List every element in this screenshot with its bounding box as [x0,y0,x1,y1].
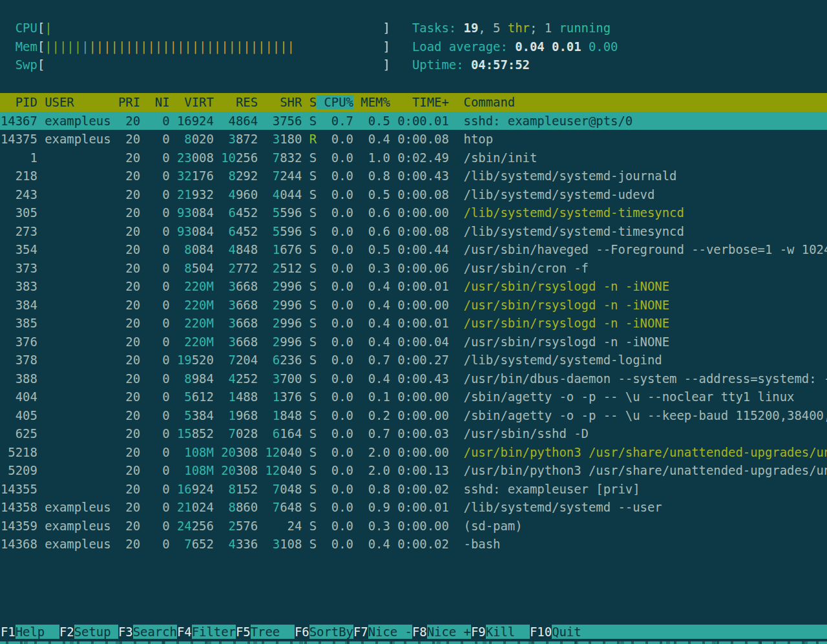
column-header-command[interactable]: Command [449,95,515,109]
fkey-f7-nice[interactable]: F7Nice - [353,625,412,639]
cell-cpu-percent: 0.0 [324,169,353,183]
fkey-f5-tree[interactable]: F5Tree [236,625,295,639]
pad [214,408,221,422]
cell-user [45,316,110,330]
pad [140,482,147,496]
process-row[interactable]: 14355 20 0 16924 8152 7048 S 0.0 0.8 0:0… [0,480,827,499]
pad [302,445,309,459]
column-header-cpu[interactable]: CPU% [317,95,353,109]
column-header-ni[interactable]: NI [140,95,170,109]
process-row[interactable]: 383 20 0 220M 3668 2996 S 0.0 0.4 0:00.0… [0,277,827,296]
pad [449,261,464,275]
pad [170,408,177,422]
cell-time: 0:00.03 [397,426,449,441]
cell-priority: 20 [118,426,140,441]
fkey-f1-help[interactable]: F1Help [1,625,59,639]
process-row[interactable]: 404 20 0 5612 1488 1376 S 0.0 0.1 0:00.0… [0,388,827,406]
process-row[interactable]: 388 20 0 8984 4252 3700 S 0.0 0.4 0:00.4… [0,369,827,388]
process-row[interactable]: 14375 exampleus 20 0 8020 3872 3180 R 0.… [0,130,827,149]
column-header-virt[interactable]: VIRT [170,95,214,109]
column-header-shr[interactable]: SHR [258,95,302,109]
fkey-f3-search[interactable]: F3Search [118,625,177,639]
process-row[interactable]: 625 20 0 15852 7028 6164 S 0.0 0.7 0:00.… [0,424,827,443]
pad [449,335,464,349]
pad [258,390,265,404]
cell-shr: 12 [265,445,280,459]
pad [390,519,397,533]
column-header-s[interactable]: S [302,95,317,109]
pad [258,242,265,256]
cell-priority: 20 [118,371,140,386]
column-header-mem[interactable]: MEM% [353,95,390,109]
pad [353,335,361,349]
fkey-f2-setup[interactable]: F2Setup [59,625,118,639]
cell-priority: 20 [118,261,140,275]
fkey-f10-quit[interactable]: F10Quit [530,625,596,639]
cell-user [45,426,110,441]
pad [258,500,265,514]
column-header-pri[interactable]: PRI [111,95,141,109]
cell-user [45,205,110,220]
column-header-pid[interactable]: PID [1,95,37,109]
process-row[interactable]: 354 20 0 8084 4848 1676 S 0.0 0.5 0:00.4… [0,240,827,259]
pad [111,261,118,275]
fkey-number: F8 [412,625,427,639]
cell-priority: 20 [118,132,140,146]
process-row[interactable]: 305 20 0 93084 6452 5596 S 0.0 0.6 0:00.… [0,203,827,222]
cell-nice: 0 [147,426,169,441]
process-row[interactable]: 385 20 0 220M 3668 2996 S 0.0 0.4 0:00.0… [0,314,827,333]
cell-command: /sbin/agetty -o -p -- \u --keep-baud 115… [464,408,827,422]
process-row[interactable]: 5209 20 0 108M 20308 12040 S 0.0 2.0 0:0… [0,461,827,480]
cell-user [45,298,110,312]
cell-pid: 354 [1,242,37,256]
fkey-f6-sortby[interactable]: F6SortBy [295,625,353,639]
pad [37,353,45,367]
meter-empty [45,57,382,72]
cell-state: S [309,298,317,312]
cell-command: /lib/systemd/systemd-timesyncd [464,224,684,238]
process-row[interactable]: 1 20 0 23008 10256 7832 S 0.0 1.0 0:02.4… [0,149,827,167]
fkey-f8-nice[interactable]: F8Nice + [412,625,471,639]
pad [449,463,464,477]
process-row[interactable]: 14358 exampleus 20 0 21024 8860 7648 S 0… [0,498,827,517]
process-row[interactable]: 384 20 0 220M 3668 2996 S 0.0 0.4 0:00.0… [0,296,827,315]
clipped-row-strip [0,641,827,644]
cell-user [45,463,110,477]
pad [214,445,221,459]
cell-user [45,187,110,202]
process-row[interactable]: 376 20 0 220M 3668 2996 S 0.0 0.4 0:00.0… [0,333,827,351]
column-header-res[interactable]: RES [214,95,258,109]
process-row[interactable]: 373 20 0 8504 2772 2512 S 0.0 0.3 0:00.0… [0,259,827,278]
fkey-f9-kill[interactable]: F9Kill [471,625,530,639]
pad [1,57,16,72]
process-row[interactable]: 218 20 0 32176 8292 7244 S 0.0 0.8 0:00.… [0,167,827,185]
cell-priority: 20 [118,279,140,293]
pad [317,169,324,183]
process-row[interactable]: 378 20 0 19520 7204 6236 S 0.0 0.7 0:00.… [0,351,827,369]
cell-virt: 19 [177,353,192,367]
pad [353,463,361,477]
cell-nice: 0 [147,445,169,459]
pad [140,316,147,330]
cell-res: 772 [236,261,258,275]
process-row[interactable]: 14368 exampleus 20 0 7652 4336 3108 S 0.… [0,535,827,554]
pad [449,371,464,386]
column-header-time+[interactable]: TIME+ [390,95,449,109]
pad [390,408,397,422]
process-row[interactable]: 243 20 0 21932 4960 4044 S 0.0 0.5 0:00.… [0,185,827,204]
pad [258,316,265,330]
process-row[interactable]: 14367 exampleus 20 0 16924 4864 3756 S 0… [0,112,827,130]
process-row[interactable]: 405 20 0 5384 1968 1848 S 0.0 0.2 0:00.0… [0,406,827,425]
column-header-user[interactable]: USER [37,95,111,109]
pad [170,114,177,128]
pad [353,408,361,422]
cell-virt: 8 [177,371,192,386]
process-row[interactable]: 273 20 0 93084 6452 5596 S 0.0 0.6 0:00.… [0,222,827,241]
cell-res: 4 [221,371,236,386]
cell-cpu-percent: 0.0 [324,408,353,422]
fkey-f4-filter[interactable]: F4Filter [177,625,236,639]
cell-virt: 008 [192,151,214,165]
process-row[interactable]: 14359 exampleus 20 0 24256 2576 24 S 0.0… [0,517,827,535]
process-row[interactable]: 5218 20 0 108M 20308 12040 S 0.0 2.0 0:0… [0,443,827,462]
cell-command: /usr/sbin/rsyslogd -n -iNONE [464,279,669,293]
